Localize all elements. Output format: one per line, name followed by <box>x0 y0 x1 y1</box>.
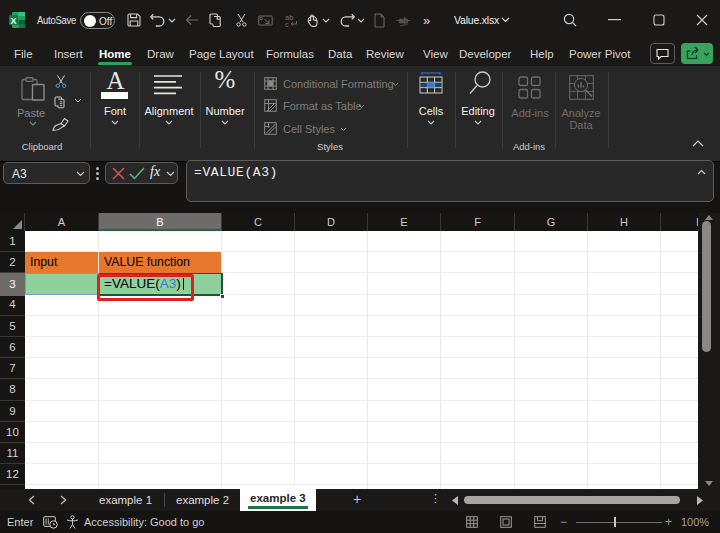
svg-text:c: c <box>285 20 289 28</box>
svg-text:X: X <box>10 16 16 26</box>
